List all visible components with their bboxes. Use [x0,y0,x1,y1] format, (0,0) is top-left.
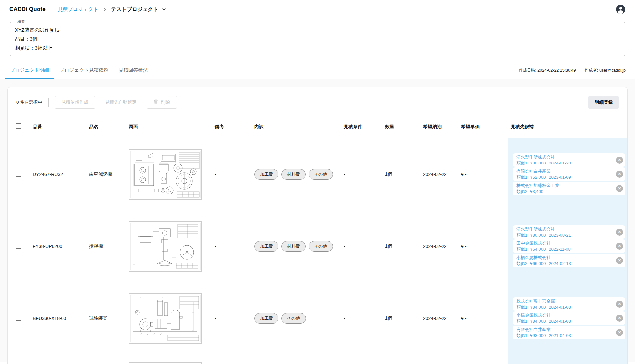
row-checkbox[interactable] [16,171,21,177]
col-header-desired-unit-price: 希望単価 [458,115,508,138]
supplier-name-link[interactable]: 株式会社富士宮金属 [516,298,574,304]
supplier-similar-quote: 類似2¥3,400 [516,189,559,195]
drawing-thumbnail[interactable] [129,149,202,200]
supplier-candidate-card: 小橋金属株式会社 類似1¥84,0002024-01-03 ✕ [513,311,625,325]
project-dropdown-icon[interactable] [162,7,166,12]
trash-icon [153,99,158,105]
breakdown-cell: 加工費その他 [252,282,341,354]
supplier-candidate-card: 株式会社富士宮金属 類似1¥84,0002024-01-03 ✕ [513,297,625,311]
quote-conditions-cell: - [341,282,382,354]
supplier-similar-quote: 類似1¥30,0002024-01-20 [516,160,574,166]
table-row: BFU330-X18-00 試験装置 - 加工費その他 - 1個 2024-02… [8,282,628,354]
user-avatar-icon[interactable] [616,4,626,14]
desired-date-cell: 2024-02-22 [420,138,458,210]
supplier-similar-quote: 類似1¥84,0002024-01-03 [516,304,574,310]
col-header-desired-date: 希望納期 [420,115,458,138]
breadcrumb-current-project: テストプロジェクト [111,6,158,13]
overview-box: 概要 XYZ装置の試作見積 品目：3個 相見積：3社以上 [10,19,625,56]
drawing-thumbnail[interactable] [129,293,202,344]
register-detail-button[interactable]: 明細登録 [588,96,619,109]
breadcrumb-projects-link[interactable]: 見積プロジェクト [58,6,98,13]
quote-conditions-cell [341,354,382,364]
details-card: 0 件を選択中 見積依頼作成 見積先自動選定 削除 明細登録 [7,87,628,364]
project-meta: 作成日時: 2024-02-22 15:30:49 作成者: user@cadd… [519,68,626,79]
supplier-candidate-card: 田中金属株式会社 類似1¥64,0002022-11-08 ✕ [513,239,625,253]
remarks-cell: - [212,282,252,354]
remove-supplier-icon[interactable]: ✕ [616,229,623,236]
supplier-candidates-cell [508,354,628,364]
overview-line: 相見積：3社以上 [15,43,620,52]
col-header-breakdown: 内訳 [252,115,341,138]
supplier-similar-quote: 類似1¥84,0002024-01-03 [516,318,574,324]
row-checkbox[interactable] [16,315,21,321]
tab-bar: プロジェクト明細 プロジェクト見積依頼 見積回答状況 作成日時: 2024-02… [0,62,635,79]
row-checkbox[interactable] [16,243,21,249]
col-header-quantity: 数量 [382,115,420,138]
auto-select-supplier-button[interactable]: 見積先自動選定 [101,96,141,108]
col-header-part-number: 品番 [30,115,86,138]
toolbar: 0 件を選択中 見積依頼作成 見積先自動選定 削除 明細登録 [8,87,627,115]
breakdown-chip: その他 [309,241,333,252]
part-name-cell: 攪拌機 [86,210,126,282]
col-header-remarks: 備考 [212,115,252,138]
supplier-name-link[interactable]: 小橋金属株式会社 [516,312,574,318]
select-all-checkbox[interactable] [16,123,21,129]
remove-supplier-icon[interactable]: ✕ [616,329,623,336]
create-quote-request-button[interactable]: 見積依頼作成 [55,96,95,109]
drawing-thumbnail[interactable] [129,362,202,364]
table-header-row: 品番 品名 図面 備考 内訳 見積条件 数量 希望納期 希望単価 見積先候補 [8,115,628,138]
overview-legend: 概要 [16,19,27,25]
desired-unit-price-cell: ¥ - [458,210,508,282]
supplier-candidate-card: 清水製作所株式会社 類似1¥80,0002023-08-21 ✕ [513,225,625,239]
delete-button[interactable]: 削除 [147,96,177,109]
supplier-candidates-cell: 株式会社富士宮金属 類似1¥84,0002024-01-03 ✕ 小橋金属株式会… [508,282,628,354]
remove-supplier-icon[interactable]: ✕ [616,157,623,164]
part-number-cell: FY38-UP6200 [30,210,86,282]
remarks-cell [212,354,252,364]
supplier-name-link[interactable]: 有限会社白井産業 [516,168,574,174]
toolbar-divider [48,98,49,107]
supplier-candidate-card: 有限会社白井産業 類似1¥93,0002021-04-03 ✕ [513,326,625,339]
supplier-name-link[interactable]: 有限会社白井産業 [516,327,574,333]
main-content: 0 件を選択中 見積依頼作成 見積先自動選定 削除 明細登録 [0,79,635,362]
supplier-name-link[interactable]: 清水製作所株式会社 [516,154,574,160]
part-number-cell [30,354,86,364]
remove-supplier-icon[interactable]: ✕ [616,257,623,264]
details-table: 品番 品名 図面 備考 内訳 見積条件 数量 希望納期 希望単価 見積先候補 D… [8,115,628,364]
remarks-cell: - [212,210,252,282]
quote-conditions-cell: - [341,210,382,282]
remove-supplier-icon[interactable]: ✕ [616,185,623,192]
supplier-similar-quote: 類似1¥80,0002023-08-21 [516,232,574,238]
drawing-cell [126,282,212,354]
quantity-cell: 1個 [382,282,420,354]
desired-date-cell: 2024-02-22 [420,282,458,354]
part-name-cell [86,354,126,364]
tab-project-details[interactable]: プロジェクト明細 [5,62,54,79]
desired-date-cell: 2024-02-22 [420,210,458,282]
part-name-cell: 歯車減速機 [86,138,126,210]
tab-project-quote-requests[interactable]: プロジェクト見積依頼 [54,62,113,79]
supplier-candidates-cell: 清水製作所株式会社 類似1¥30,0002024-01-20 ✕ 有限会社白井産… [508,138,628,210]
supplier-name-link[interactable]: 株式会社加藤板金工業 [516,183,559,189]
supplier-similar-quote: 類似2¥66,0002024-02-13 [516,261,574,267]
supplier-name-link[interactable]: 田中金属株式会社 [516,240,573,246]
selection-count: 0 件を選択中 [16,99,42,105]
overview-line: XYZ装置の試作見積 [15,25,620,34]
breakdown-chip: 加工費 [254,313,278,324]
remove-supplier-icon[interactable]: ✕ [616,301,623,308]
creator-label: 作成者: user@caddi.jp [584,68,626,73]
remove-supplier-icon[interactable]: ✕ [616,171,623,178]
app-title: CADDi Quote [9,6,46,13]
tab-quote-response-status[interactable]: 見積回答状況 [113,62,153,79]
part-number-cell: DY2467-RU32 [30,138,86,210]
supplier-name-link[interactable]: 清水製作所株式会社 [516,226,574,232]
created-at-label: 作成日時: 2024-02-22 15:30:49 [519,68,576,73]
breakdown-chip: その他 [309,169,333,180]
supplier-candidates-cell: 清水製作所株式会社 類似1¥80,0002023-08-21 ✕ 田中金属株式会… [508,210,628,282]
supplier-candidate-card: 小橋金属株式会社 類似2¥66,0002024-02-13 ✕ [513,254,625,267]
remove-supplier-icon[interactable]: ✕ [616,243,623,250]
supplier-name-link[interactable]: 小橋金属株式会社 [516,255,574,261]
breakdown-chip: 材料費 [281,241,306,252]
remove-supplier-icon[interactable]: ✕ [616,315,623,322]
drawing-thumbnail[interactable] [129,221,202,272]
